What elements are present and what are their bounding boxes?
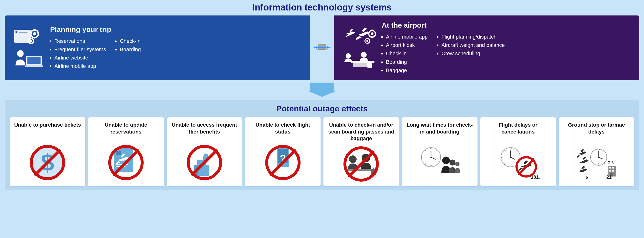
- planning-content: Planning your trip Reservations Frequent…: [50, 25, 303, 70]
- svg-rect-20: [25, 65, 43, 67]
- person-laptop-icon: [13, 49, 44, 68]
- airport-icons: [341, 27, 377, 69]
- svg-text:5: 5: [586, 175, 588, 179]
- svg-point-78: [455, 162, 460, 166]
- effect-title-1: Unable to purchase tickets: [14, 121, 81, 141]
- svg-rect-112: [612, 170, 614, 172]
- airport-title: At the airport: [382, 21, 632, 29]
- effect-card-flight-delays: Flight delays or cancellations 12 6 9 3 …: [480, 117, 556, 187]
- effect-title-5: Unable to check-in and/or scan boarding …: [326, 121, 396, 142]
- svg-text:18112: 18112: [531, 174, 540, 179]
- svg-text:6: 6: [612, 161, 614, 165]
- svg-text:6: 6: [510, 164, 511, 167]
- svg-text:4: 4: [436, 163, 438, 165]
- svg-rect-43: [116, 151, 121, 155]
- bottom-section: Potential outage effects Unable to purch…: [5, 100, 639, 190]
- airport-panel: At the airport Airline mobile app Airpor…: [334, 15, 639, 80]
- svg-rect-9: [30, 33, 32, 34]
- planes-gears-icon: [341, 27, 377, 46]
- svg-text:10: 10: [424, 149, 426, 151]
- svg-rect-35: [367, 62, 372, 68]
- svg-point-77: [450, 159, 456, 165]
- svg-point-58: [349, 155, 356, 163]
- svg-point-33: [361, 52, 366, 58]
- bottom-title: Potential outage effects: [10, 104, 634, 113]
- planning-item-6: Boarding: [120, 45, 141, 54]
- svg-text:10: 10: [504, 149, 506, 151]
- effect-title-7: Flight delays or cancellations: [483, 121, 553, 141]
- airport-content: At the airport Airline mobile app Airpor…: [382, 21, 632, 75]
- airport-col2: Flight planning/dispatch Aircraft weight…: [437, 33, 505, 75]
- effect-icon-8: 12 6 9 3 2 10 8 4: [575, 143, 618, 182]
- svg-text:9: 9: [500, 156, 502, 158]
- effect-card-long-wait: Long wait times for check-in and boardin…: [402, 117, 478, 187]
- svg-point-12: [30, 40, 32, 42]
- effect-title-4: Unable to check flight status: [248, 121, 318, 141]
- effect-card-flight-status: Unable to check flight status ?: [245, 117, 321, 187]
- counter-people-icon: [341, 48, 377, 69]
- airport-col1: Airline mobile app Airport kiosk Check-i…: [382, 33, 428, 75]
- bidirectional-arrow-icon: [312, 41, 332, 55]
- effect-title-3: Unable to access frequent flier benefits: [170, 121, 240, 141]
- svg-rect-15: [28, 40, 29, 41]
- svg-rect-10: [38, 33, 39, 34]
- planning-item-1: Reservations: [54, 37, 106, 45]
- effect-card-checkin-scan: Unable to check-in and/or scan boarding …: [323, 117, 399, 187]
- effect-title-2: Unable to update reservations: [91, 121, 161, 141]
- effect-icon-2: [104, 143, 148, 182]
- effect-card-frequent-flier: Unable to access frequent flier benefits: [166, 117, 242, 187]
- airport-item-7: Aircraft weight and balance: [442, 41, 505, 49]
- svg-text:3: 3: [606, 156, 607, 158]
- effect-card-purchase-tickets: Unable to purchase tickets $: [10, 117, 86, 187]
- svg-text:12: 12: [598, 149, 600, 151]
- planning-icons: [12, 28, 45, 68]
- svg-marker-37: [308, 83, 336, 97]
- svg-text:7: 7: [608, 161, 610, 165]
- planning-panel: Planning your trip Reservations Frequent…: [5, 15, 310, 80]
- airport-cols: Airline mobile app Airport kiosk Check-i…: [382, 33, 632, 75]
- svg-rect-110: [612, 167, 614, 168]
- main-container: Information technology systems: [0, 0, 644, 238]
- svg-rect-13: [30, 38, 32, 39]
- effect-icon-1: $: [26, 143, 69, 182]
- svg-text:2: 2: [604, 150, 605, 152]
- effect-icon-6: 12 6 9 3 2 10 8 4: [418, 143, 461, 182]
- planning-item-4: Airline mobile app: [54, 62, 106, 70]
- arrow-connector: [310, 15, 334, 80]
- svg-point-92: [510, 157, 511, 158]
- svg-rect-79: [449, 168, 453, 172]
- airport-item-2: Airport kiosk: [386, 41, 428, 49]
- svg-rect-109: [610, 167, 611, 168]
- svg-text:12: 12: [509, 147, 512, 150]
- svg-point-34: [346, 53, 351, 59]
- effects-grid: Unable to purchase tickets $: [10, 117, 634, 187]
- effect-card-ground-stop: Ground stop or tarmac delays: [558, 117, 634, 187]
- svg-rect-111: [610, 170, 611, 172]
- svg-rect-8: [34, 37, 35, 39]
- airport-item-4: Boarding: [386, 58, 428, 66]
- svg-rect-26: [371, 36, 372, 38]
- effect-icon-3: [183, 143, 226, 182]
- planning-col1: Reservations Frequent flier systems Airl…: [50, 37, 106, 70]
- page-title: Information technology systems: [252, 2, 392, 13]
- svg-text:12: 12: [430, 147, 432, 150]
- airport-item-8: Crew scheduling: [442, 49, 505, 58]
- effect-title-6: Long wait times for check-in and boardin…: [405, 121, 475, 141]
- effect-card-update-reservations: Unable to update reservations: [88, 117, 164, 187]
- svg-point-17: [17, 50, 24, 57]
- svg-point-107: [598, 157, 599, 158]
- planning-cols: Reservations Frequent flier systems Airl…: [50, 37, 303, 70]
- svg-text:6: 6: [430, 164, 432, 167]
- svg-text:8: 8: [425, 163, 426, 165]
- planning-item-5: Check-in: [120, 37, 141, 45]
- svg-text:6: 6: [598, 163, 599, 165]
- svg-point-75: [430, 157, 432, 158]
- svg-rect-14: [30, 43, 32, 44]
- svg-text:3: 3: [440, 156, 441, 158]
- svg-rect-22: [317, 49, 327, 50]
- planning-item-3: Airline website: [54, 54, 106, 62]
- effect-icon-4: ?: [262, 143, 304, 182]
- svg-rect-19: [28, 57, 40, 64]
- planning-title: Planning your trip: [50, 25, 303, 34]
- svg-text:2: 2: [436, 149, 438, 151]
